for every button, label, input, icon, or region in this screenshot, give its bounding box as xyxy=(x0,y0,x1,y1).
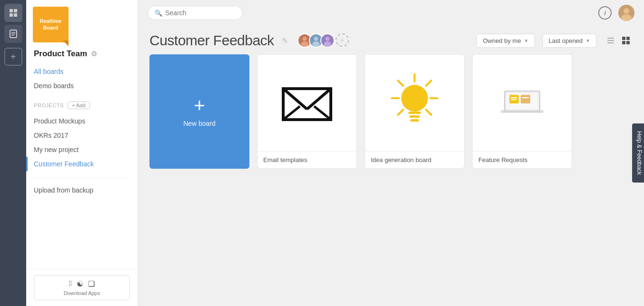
svg-line-35 xyxy=(426,110,431,115)
boards-area: + New board Email templates xyxy=(138,54,644,180)
content-header: Customer Feedback ✎ xyxy=(138,26,644,54)
sidebar-divider xyxy=(34,178,130,178)
svg-rect-25 xyxy=(622,41,625,44)
svg-rect-0 xyxy=(10,9,13,12)
idea-board-label: Idea generation board xyxy=(365,151,465,169)
svg-rect-42 xyxy=(410,119,419,122)
owned-by-caret: ▼ xyxy=(524,38,529,43)
projects-section-label: PROJECTS + Add xyxy=(26,95,138,112)
logo[interactable]: Realtime Board xyxy=(33,7,69,42)
add-member-button[interactable]: + xyxy=(336,33,349,47)
new-board-plus-icon: + xyxy=(194,96,205,115)
icon-bar-doc[interactable] xyxy=(4,25,22,43)
apple-icon:  xyxy=(69,279,72,288)
svg-point-19 xyxy=(324,41,331,47)
svg-rect-22 xyxy=(607,42,614,43)
member-avatar-3[interactable] xyxy=(320,33,335,48)
upload-from-backup[interactable]: Upload from backup xyxy=(26,183,138,197)
sidebar-item-all-boards[interactable]: All boards xyxy=(26,64,138,79)
svg-rect-3 xyxy=(14,13,17,17)
svg-line-38 xyxy=(398,110,403,115)
topbar-right: i xyxy=(598,5,634,21)
feature-requests-card[interactable]: Feature Requests xyxy=(472,54,572,169)
grid-view-button[interactable] xyxy=(619,34,633,47)
new-board-card[interactable]: + New board xyxy=(149,54,249,169)
help-feedback-tab[interactable]: Help & Feedback xyxy=(632,123,644,183)
icon-bar-grid[interactable] xyxy=(4,4,22,22)
android-icon: ☯ xyxy=(77,279,83,288)
page-title: Customer Feedback xyxy=(149,32,274,49)
feature-requests-label: Feature Requests xyxy=(472,151,572,169)
last-opened-filter[interactable]: Last opened ▼ xyxy=(543,34,596,48)
icon-bar: + xyxy=(0,0,26,306)
email-templates-label: Email templates xyxy=(257,151,357,169)
svg-line-36 xyxy=(398,81,403,86)
main-content: 🔍 i Customer Feedback ✎ xyxy=(138,0,644,306)
sidebar: Realtime Board Product Team ⚙ All boards… xyxy=(26,0,138,306)
svg-point-39 xyxy=(401,85,428,112)
add-project-button[interactable]: + Add xyxy=(68,102,89,109)
view-toggle xyxy=(604,34,633,47)
email-templates-thumb xyxy=(257,54,357,151)
logo-text: Realtime Board xyxy=(40,18,62,31)
search-icon: 🔍 xyxy=(155,10,162,17)
list-view-button[interactable] xyxy=(604,34,617,47)
download-apps-box:  ☯ ❏ Download Apps xyxy=(34,275,130,300)
projects-list: Product Mockups OKRs 2017 My new project… xyxy=(26,112,138,173)
owned-by-filter[interactable]: Owned by me ▼ xyxy=(476,34,535,48)
idea-board-thumb xyxy=(365,54,465,151)
svg-point-16 xyxy=(312,41,320,47)
member-avatars: + xyxy=(297,33,349,48)
svg-rect-20 xyxy=(607,38,614,39)
sidebar-nav: All boards Demo boards xyxy=(26,62,138,95)
team-header: Product Team ⚙ xyxy=(26,49,138,62)
svg-point-15 xyxy=(314,37,318,41)
topbar: 🔍 i xyxy=(138,0,644,26)
sidebar-footer:  ☯ ❏ Download Apps xyxy=(26,269,138,306)
idea-board-card[interactable]: Idea generation board xyxy=(365,54,465,169)
svg-rect-24 xyxy=(626,37,630,40)
sidebar-item-demo-boards[interactable]: Demo boards xyxy=(26,79,138,93)
svg-rect-23 xyxy=(622,37,625,40)
sidebar-item-my-new-project[interactable]: My new project xyxy=(26,143,138,157)
svg-rect-41 xyxy=(409,115,420,118)
edit-icon[interactable]: ✎ xyxy=(282,36,288,45)
download-apps-icons:  ☯ ❏ xyxy=(69,279,95,288)
windows-icon: ❏ xyxy=(88,279,95,288)
svg-point-13 xyxy=(301,41,308,47)
team-name: Product Team xyxy=(34,49,87,59)
email-templates-card[interactable]: Email templates xyxy=(257,54,357,169)
svg-point-12 xyxy=(302,37,307,41)
info-icon[interactable]: i xyxy=(598,6,612,20)
gear-icon[interactable]: ⚙ xyxy=(91,50,97,58)
svg-rect-1 xyxy=(14,9,17,12)
sidebar-item-okrs-2017[interactable]: OKRs 2017 xyxy=(26,128,138,143)
search-input[interactable] xyxy=(165,9,232,17)
svg-point-18 xyxy=(325,37,329,41)
user-avatar[interactable] xyxy=(618,5,634,21)
new-board-label: New board xyxy=(183,120,216,127)
download-apps-label[interactable]: Download Apps xyxy=(64,290,100,296)
svg-rect-26 xyxy=(626,41,630,44)
svg-line-33 xyxy=(426,81,431,86)
svg-rect-2 xyxy=(10,13,13,17)
svg-rect-21 xyxy=(607,40,614,41)
svg-rect-47 xyxy=(521,95,530,103)
search-box[interactable]: 🔍 xyxy=(148,6,243,20)
sidebar-item-product-mockups[interactable]: Product Mockups xyxy=(26,114,138,128)
feature-requests-thumb xyxy=(472,54,572,151)
svg-rect-40 xyxy=(408,112,421,114)
last-opened-caret: ▼ xyxy=(585,38,590,43)
icon-bar-add[interactable]: + xyxy=(4,48,22,66)
sidebar-item-customer-feedback[interactable]: Customer Feedback xyxy=(26,157,138,171)
svg-point-9 xyxy=(624,8,629,14)
